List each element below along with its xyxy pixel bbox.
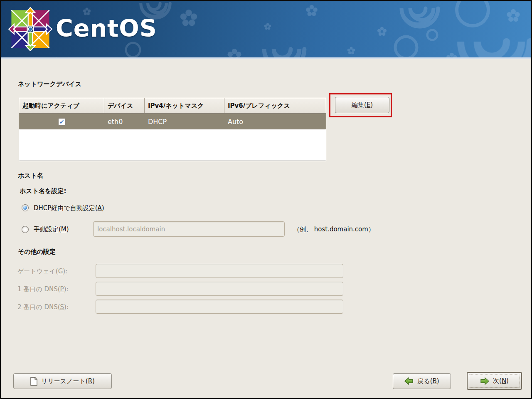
document-icon [30, 377, 37, 386]
network-devices-section-title: ネットワークデバイス [18, 80, 81, 88]
column-header-device[interactable]: デバイス [104, 98, 145, 113]
edit-button-label: 編集(E) [352, 101, 373, 109]
centos-logo-icon [8, 7, 52, 51]
header-banner: CentOS [1, 1, 531, 59]
hostname-example-text: （例、 host.domain.com） [293, 226, 374, 233]
manual-radio[interactable] [22, 226, 29, 233]
active-on-boot-checkbox[interactable]: ✔ [58, 118, 66, 126]
column-header-ipv6-prefix[interactable]: IPv6/プレフィックス [224, 98, 326, 113]
secondary-dns-label: 2 番目の DNS(S): [17, 303, 69, 311]
dhcp-auto-radio-label[interactable]: DHCP経由で自動設定(A) [34, 204, 104, 212]
hostname-section-title: ホスト名 [18, 172, 43, 180]
primary-dns-label: 1 番目の DNS(P): [17, 285, 69, 293]
back-button[interactable]: 戻る(B) [393, 373, 451, 389]
release-notes-button[interactable]: リリースノート(R) [13, 373, 112, 389]
table-row-eth0[interactable]: ✔ eth0 DHCP Auto [19, 114, 326, 129]
gateway-input[interactable] [96, 264, 343, 278]
cell-ipv4: DHCP [145, 114, 224, 129]
next-button-label: 次(N) [493, 377, 509, 385]
manual-radio-label[interactable]: 手動設定(M) [34, 226, 69, 233]
column-header-ipv4-netmask[interactable]: IPv4/ネットマスク [145, 98, 224, 113]
column-header-active-on-boot[interactable]: 起動時にアクティブ [19, 98, 104, 113]
next-button[interactable]: 次(N) [467, 372, 522, 390]
dhcp-auto-radio[interactable] [22, 204, 29, 211]
installer-window: CentOS ネットワークデバイス 起動時にアクティブ デバイス IPv4/ネッ… [0, 0, 532, 399]
back-button-label: 戻る(B) [417, 377, 439, 385]
brand-wordmark: CentOS [56, 15, 157, 42]
secondary-dns-input[interactable] [96, 300, 343, 314]
misc-settings-section-title: その他の設定 [18, 248, 56, 256]
back-arrow-icon [404, 377, 414, 385]
release-notes-label: リリースノート(R) [41, 377, 95, 385]
table-header-row: 起動時にアクティブ デバイス IPv4/ネットマスク IPv6/プレフィックス [19, 98, 326, 114]
edit-button[interactable]: 編集(E) [335, 97, 389, 113]
cell-device: eth0 [104, 114, 145, 129]
cell-active-on-boot: ✔ [19, 114, 104, 129]
primary-dns-input[interactable] [96, 282, 343, 296]
cell-ipv6: Auto [224, 114, 326, 129]
manual-hostname-input[interactable] [93, 221, 285, 237]
network-devices-table: 起動時にアクティブ デバイス IPv4/ネットマスク IPv6/プレフィックス … [19, 98, 326, 161]
next-arrow-icon [480, 377, 489, 385]
gateway-label: ゲートウェイ(G): [17, 268, 67, 275]
hostname-set-label: ホスト名を設定: [20, 187, 66, 195]
